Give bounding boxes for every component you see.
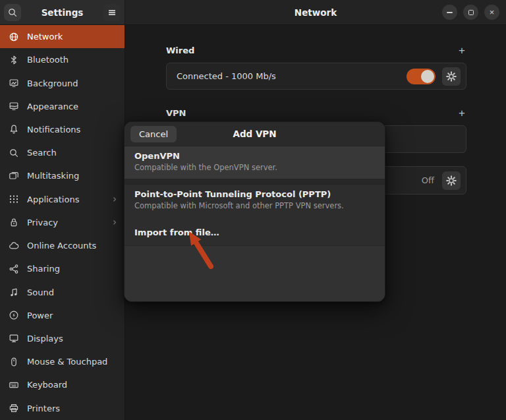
search-icon: [7, 7, 18, 18]
chevron-right-icon: ›: [113, 218, 117, 227]
sidebar-item-label: Displays: [27, 334, 63, 344]
sidebar-item-label: Notifications: [27, 125, 80, 135]
sidebar-item-applications[interactable]: Applications ›: [0, 188, 125, 211]
wired-status-text: Connected - 1000 Mb/s: [177, 71, 276, 81]
wired-toggle[interactable]: [407, 69, 436, 84]
power-icon: [9, 310, 19, 320]
wired-settings-button[interactable]: [442, 67, 461, 86]
sidebar-item-label: Search: [27, 148, 57, 158]
sidebar-item-printers[interactable]: Printers: [0, 397, 125, 420]
sidebar-item-bluetooth[interactable]: Bluetooth: [0, 48, 125, 71]
mouse-icon: [9, 357, 19, 367]
sidebar-item-label: Sharing: [27, 264, 60, 274]
multitasking-icon: [9, 171, 19, 181]
network-globe-icon: [9, 32, 19, 42]
sidebar-item-displays[interactable]: Displays: [0, 327, 125, 350]
sidebar-item-mouse-touchpad[interactable]: Mouse & Touchpad: [0, 350, 125, 373]
hamburger-menu-icon: [107, 7, 117, 18]
proxy-status-text: Off: [422, 175, 434, 185]
add-wired-connection-button[interactable]: +: [457, 45, 466, 56]
proxy-settings-button[interactable]: [442, 171, 461, 190]
lock-icon: [9, 217, 19, 227]
vpn-option-title: OpenVPN: [134, 151, 375, 161]
vpn-option-subtitle: Compatible with the OpenVPN server.: [134, 163, 375, 172]
wired-connection-row[interactable]: Connected - 1000 Mb/s: [166, 63, 466, 90]
bell-icon: [9, 124, 19, 135]
background-icon: [9, 78, 19, 88]
maximize-button[interactable]: [463, 5, 478, 20]
vpn-option-pptp[interactable]: Point-to-Point Tunneling Protocol (PPTP)…: [125, 185, 385, 219]
toggle-knob: [421, 70, 434, 83]
sidebar-item-multitasking[interactable]: Multitasking: [0, 164, 125, 187]
search-icon: [9, 148, 19, 158]
gear-icon: [446, 175, 457, 186]
vpn-option-import-from-file[interactable]: Import from file…: [125, 219, 385, 246]
window-controls: ×: [442, 5, 499, 20]
sidebar-headerbar: Settings: [0, 0, 125, 25]
vpn-section-title: VPN: [166, 108, 186, 118]
sidebar-item-network[interactable]: Network: [0, 25, 125, 48]
wired-section-title: Wired: [166, 45, 194, 55]
cancel-button[interactable]: Cancel: [130, 126, 177, 142]
titlebar: Settings Network ×: [0, 0, 506, 25]
wired-section-header: Wired +: [166, 44, 466, 57]
minimize-button[interactable]: [442, 5, 457, 20]
vpn-option-openvpn[interactable]: OpenVPN Compatible with the OpenVPN serv…: [125, 146, 385, 179]
maximize-icon: [468, 10, 474, 15]
search-button[interactable]: [4, 4, 21, 21]
close-icon: ×: [490, 8, 495, 16]
cloud-icon: [9, 241, 19, 251]
add-vpn-dialog: Cancel Add VPN OpenVPN Compatible with t…: [124, 121, 385, 302]
plus-icon: +: [459, 44, 465, 57]
sidebar-item-online-accounts[interactable]: Online Accounts: [0, 234, 125, 257]
apps-grid-icon: [9, 194, 19, 204]
sidebar-item-appearance[interactable]: Appearance: [0, 95, 125, 118]
close-button[interactable]: ×: [484, 5, 499, 20]
sidebar-item-label: Bluetooth: [27, 55, 69, 65]
sidebar-item-label: Network: [27, 32, 63, 42]
sidebar-item-label: Mouse & Touchpad: [27, 357, 107, 367]
sidebar-item-power[interactable]: Power: [0, 304, 125, 327]
vpn-option-title: Import from file…: [134, 227, 219, 237]
sidebar-item-label: Keyboard: [27, 380, 67, 390]
bluetooth-icon: [9, 55, 19, 65]
main-headerbar: Network ×: [125, 0, 506, 25]
vpn-option-subtitle: Compatible with Microsoft and other PPTP…: [134, 201, 375, 210]
sidebar-item-label: Sound: [27, 287, 54, 297]
gear-icon: [446, 71, 457, 82]
sidebar-item-label: Applications: [27, 195, 79, 204]
primary-menu-button[interactable]: [103, 4, 121, 21]
sidebar-item-label: Power: [27, 311, 53, 320]
app-title: Settings: [42, 7, 84, 18]
sidebar-item-label: Printers: [27, 404, 60, 413]
sidebar-item-label: Background: [27, 78, 78, 88]
vpn-section-header: VPN +: [166, 106, 466, 119]
dialog-empty-area: [125, 246, 385, 301]
add-vpn-dialog-header: Cancel Add VPN: [125, 122, 385, 146]
sidebar-item-privacy[interactable]: Privacy ›: [0, 211, 125, 234]
add-vpn-button[interactable]: +: [457, 107, 466, 119]
displays-icon: [9, 333, 19, 344]
keyboard-icon: [9, 380, 19, 390]
printer-icon: [9, 403, 19, 413]
sidebar-item-notifications[interactable]: Notifications: [0, 118, 125, 141]
sidebar-item-sharing[interactable]: Sharing: [0, 257, 125, 280]
list-separator: [125, 179, 385, 185]
settings-window: Settings Network × Network: [0, 0, 506, 420]
minimize-icon: [447, 12, 453, 13]
share-icon: [9, 264, 19, 274]
appearance-icon: [9, 101, 19, 111]
sidebar: Network Bluetooth Background Appearance: [0, 25, 125, 420]
plus-icon: +: [459, 107, 465, 119]
sidebar-item-label: Appearance: [27, 102, 78, 111]
sidebar-item-search[interactable]: Search: [0, 141, 125, 164]
chevron-right-icon: ›: [113, 195, 117, 204]
sound-icon: [9, 287, 19, 297]
sidebar-item-label: Online Accounts: [27, 241, 96, 251]
sidebar-item-label: Multitasking: [27, 171, 79, 181]
sidebar-item-sound[interactable]: Sound: [0, 280, 125, 303]
sidebar-item-label: Privacy: [27, 218, 58, 227]
sidebar-item-background[interactable]: Background: [0, 71, 125, 94]
vpn-option-title: Point-to-Point Tunneling Protocol (PPTP): [134, 189, 375, 199]
sidebar-item-keyboard[interactable]: Keyboard: [0, 373, 125, 396]
